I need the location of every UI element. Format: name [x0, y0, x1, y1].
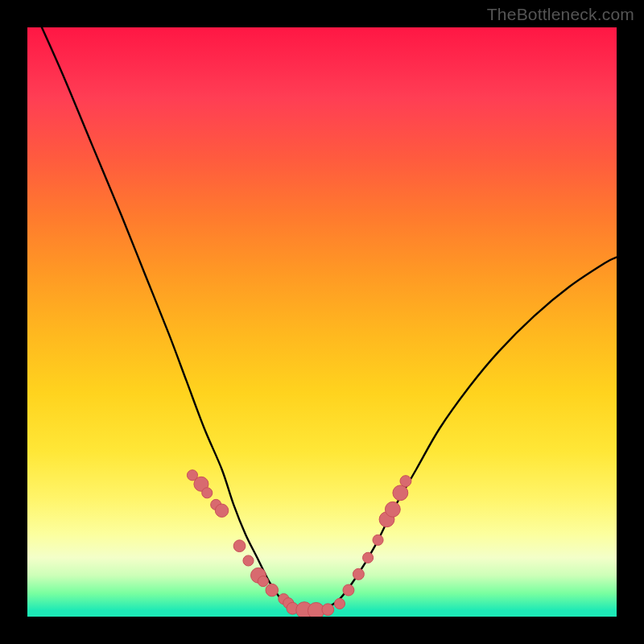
data-marker — [202, 488, 213, 498]
bottleneck-curve-left-branch — [39, 27, 293, 611]
data-marker — [400, 476, 411, 487]
attribution-watermark: TheBottleneck.com — [487, 5, 634, 24]
data-marker — [243, 555, 254, 566]
data-marker — [322, 604, 334, 616]
data-marker — [343, 584, 354, 596]
data-marker — [393, 485, 408, 501]
data-marker — [353, 568, 364, 580]
data-marker — [266, 584, 279, 597]
data-marker — [215, 504, 228, 517]
data-marker — [363, 552, 374, 563]
data-marker — [373, 535, 383, 545]
data-marker — [258, 576, 268, 587]
data-marker — [233, 540, 246, 552]
data-marker — [385, 502, 400, 517]
data-marker — [334, 598, 345, 609]
curve-layer — [27, 27, 617, 617]
chart-stage: TheBottleneck.com — [0, 0, 644, 644]
plot-area — [27, 27, 617, 617]
